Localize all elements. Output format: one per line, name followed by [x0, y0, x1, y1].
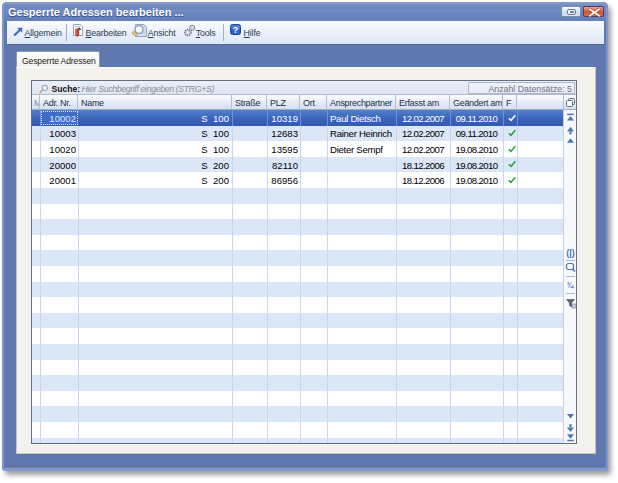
- svg-text:?: ?: [232, 24, 238, 34]
